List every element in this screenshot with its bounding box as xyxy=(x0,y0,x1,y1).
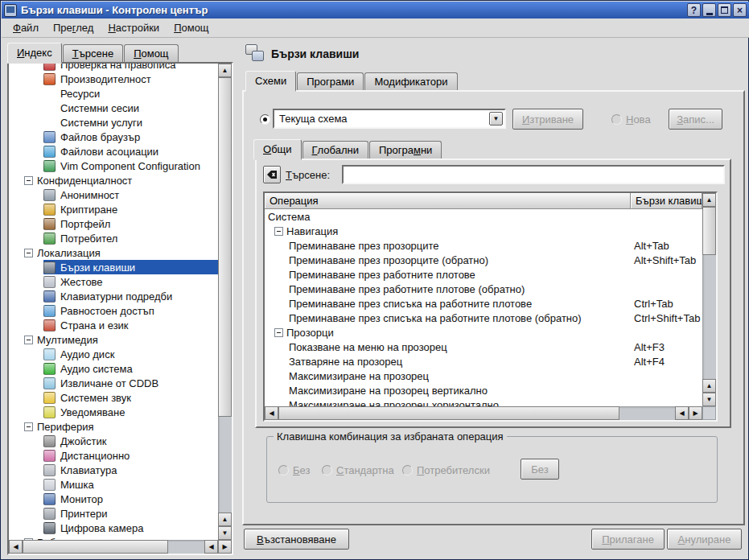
table-row[interactable]: Максимизиране на прозорец xyxy=(265,369,702,383)
scroll-right-button[interactable]: ▶ xyxy=(218,540,232,554)
table-row[interactable]: Показване на меню на прозорецAlt+F3 xyxy=(265,340,702,354)
tab[interactable]: Модификатори xyxy=(364,72,457,90)
radio-none[interactable] xyxy=(278,465,289,476)
tab[interactable]: Схеми xyxy=(245,71,296,92)
combo-dropdown-button[interactable]: ▼ xyxy=(489,112,503,126)
radio-default[interactable] xyxy=(322,465,332,476)
tab[interactable]: Индекс xyxy=(7,43,62,64)
sidebar-item[interactable]: Джойстик xyxy=(9,434,218,448)
sidebar-item[interactable]: Системни услуги xyxy=(9,115,218,130)
sidebar-item[interactable]: Равностоен достъп xyxy=(9,303,218,318)
tab[interactable]: Общи xyxy=(253,139,302,160)
table-row[interactable]: Максимизиране на прозорец хоризонтално xyxy=(265,397,702,406)
scrollbar-track[interactable] xyxy=(218,77,232,513)
sidebar-item[interactable]: Уведомяване xyxy=(9,405,218,419)
scrollbar-thumb[interactable] xyxy=(702,207,716,255)
scroll-left-button[interactable]: ◀ xyxy=(204,540,218,554)
sidebar-item[interactable]: Мултимедия xyxy=(9,332,218,347)
table-row[interactable]: Система xyxy=(265,209,702,224)
sidebar-item[interactable]: Аудио система xyxy=(9,361,218,376)
splitter[interactable] xyxy=(233,38,240,555)
table-row[interactable]: Преминаване през работните плотове xyxy=(265,267,702,282)
sidebar-item[interactable]: Ресурси xyxy=(9,86,218,101)
new-scheme-radio[interactable] xyxy=(611,114,622,125)
apply-button[interactable]: Прилагане xyxy=(591,529,665,550)
scroll-up-button[interactable]: ▲ xyxy=(702,379,716,393)
scrollbar-track[interactable] xyxy=(23,540,204,554)
scroll-right-button[interactable]: ▶ xyxy=(689,406,702,420)
sidebar-item[interactable]: Бързи клавиши xyxy=(9,260,218,274)
table-row[interactable]: Прозорци xyxy=(265,325,702,340)
table-row[interactable]: Затваряне на прозорецAlt+F4 xyxy=(265,354,702,369)
sidebar-item[interactable]: Производителност xyxy=(9,72,218,86)
scroll-left-button[interactable]: ◀ xyxy=(9,540,23,554)
key-button[interactable]: Без xyxy=(521,459,559,480)
scroll-down-button[interactable]: ▼ xyxy=(218,526,232,540)
close-button[interactable]: × xyxy=(733,3,747,17)
tab[interactable]: Търсене xyxy=(63,44,123,62)
scroll-down-button[interactable]: ▼ xyxy=(702,393,716,406)
tree-horizontal-scrollbar[interactable]: ◀ ◀ ▶ xyxy=(9,540,232,554)
tab[interactable]: Програми xyxy=(297,72,364,90)
sidebar-item[interactable]: Клавиатурни подредби xyxy=(9,289,218,303)
menu-item[interactable]: Преглед xyxy=(46,19,101,36)
sidebar-item[interactable]: Принтери xyxy=(9,506,218,521)
current-scheme-radio[interactable] xyxy=(260,114,270,125)
sidebar-item[interactable]: Аудио диск xyxy=(9,347,218,361)
sidebar-item[interactable]: Жестове xyxy=(9,274,218,289)
scrollbar-track[interactable] xyxy=(702,207,716,379)
scroll-left-button[interactable]: ◀ xyxy=(265,406,278,420)
table-row[interactable]: Преминаване през прозорците (обратно)Alt… xyxy=(265,253,702,267)
minimize-button[interactable] xyxy=(702,3,716,17)
sidebar-item[interactable]: Файлов браузър xyxy=(9,130,218,144)
save-scheme-button[interactable]: Запис... xyxy=(669,109,722,130)
restore-button[interactable]: Възстановяване xyxy=(244,529,349,550)
scrollbar-thumb[interactable] xyxy=(23,540,168,554)
scrollbar-thumb[interactable] xyxy=(278,406,619,420)
sidebar-item[interactable]: Потребител xyxy=(9,231,218,245)
sidebar-item[interactable]: Анонимност xyxy=(9,187,218,202)
table-horizontal-scrollbar[interactable]: ◀ ◀ ▶ xyxy=(265,406,702,420)
sidebar-item[interactable]: Мишка xyxy=(9,477,218,492)
table-row[interactable]: Преминаване през работните плотове (обра… xyxy=(265,282,702,296)
sidebar-item[interactable]: Файлови асоциации xyxy=(9,144,218,159)
tab[interactable]: Глобални xyxy=(302,141,368,159)
titlebar[interactable]: Бързи клавиши - Контролен център ? × xyxy=(2,2,749,19)
sidebar-item[interactable]: Монитор xyxy=(9,492,218,506)
expander-icon[interactable] xyxy=(24,176,33,185)
table-row[interactable]: Преминаване през списъка на работните пл… xyxy=(265,296,702,311)
menu-item[interactable]: Помощ xyxy=(167,19,216,36)
expander-icon[interactable] xyxy=(274,227,283,236)
radio-custom[interactable] xyxy=(402,465,413,476)
sidebar-item[interactable]: Конфиденциалност xyxy=(9,173,218,187)
table-row[interactable]: Максимизиране на прозорец вертикално xyxy=(265,383,702,397)
menu-item[interactable]: Настройки xyxy=(101,19,167,36)
menu-item[interactable]: Файл xyxy=(6,19,46,36)
sidebar-item[interactable]: Криптиране xyxy=(9,202,218,216)
table-row[interactable]: Навигация xyxy=(265,224,702,238)
table-vertical-scrollbar[interactable]: ▲ ▲ ▼ xyxy=(702,193,716,406)
expander-icon[interactable] xyxy=(274,328,283,337)
sidebar-item[interactable]: Периферия xyxy=(9,419,218,434)
column-header-operation[interactable]: Операция xyxy=(265,193,631,209)
delete-scheme-button[interactable]: Изтриване xyxy=(512,109,583,130)
tree-vertical-scrollbar[interactable]: ▲ ▲ ▼ xyxy=(218,64,232,540)
scroll-up-button[interactable]: ▲ xyxy=(218,513,232,526)
tab[interactable]: Програмни xyxy=(369,141,442,159)
sidebar-item[interactable]: Клавиатура xyxy=(9,463,218,477)
sidebar-item[interactable]: Системни сесии xyxy=(9,101,218,115)
expander-icon[interactable] xyxy=(24,422,33,431)
sidebar-item[interactable]: Цифрова камера xyxy=(9,521,218,535)
sidebar-item[interactable]: Дистанционно xyxy=(9,448,218,463)
sidebar-item[interactable]: Vim Component Configuration xyxy=(9,159,218,173)
help-button[interactable]: ? xyxy=(687,3,701,17)
cancel-button[interactable]: Анулиране xyxy=(667,529,742,550)
scroll-up-button[interactable]: ▲ xyxy=(702,193,716,207)
sidebar-item[interactable]: Проверка на правописа xyxy=(9,64,218,72)
clear-search-button[interactable] xyxy=(263,166,281,183)
table-row[interactable]: Преминаване през прозорцитеAlt+Tab xyxy=(265,238,702,253)
search-input[interactable] xyxy=(342,165,725,184)
sidebar-item[interactable]: Страна и език xyxy=(9,318,218,332)
scheme-combobox[interactable]: Текуща схема ▼ xyxy=(273,109,506,129)
tab[interactable]: Помощ xyxy=(124,44,178,62)
